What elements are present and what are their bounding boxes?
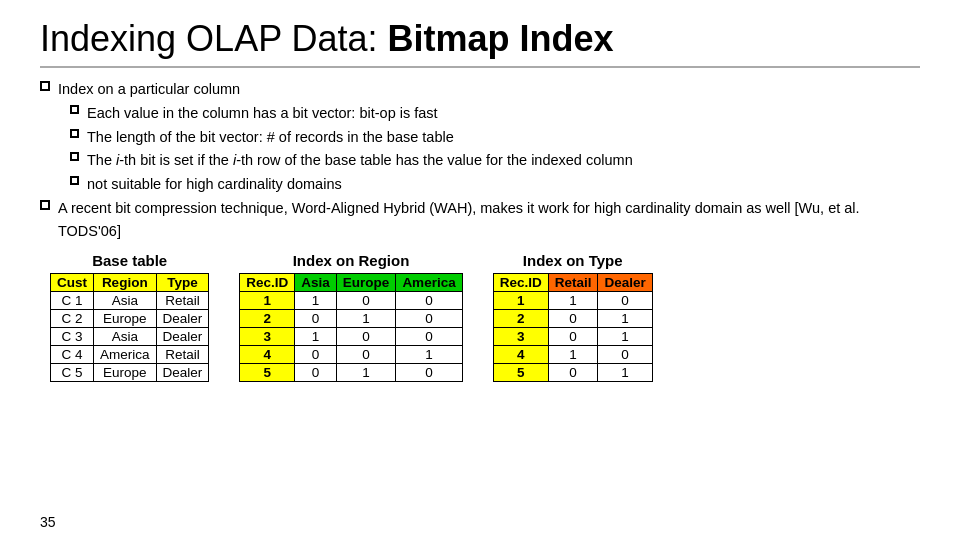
cell: Dealer bbox=[156, 310, 209, 328]
cell: 4 bbox=[493, 346, 548, 364]
type-index-title: Index on Type bbox=[523, 252, 623, 269]
title-bold: Bitmap Index bbox=[388, 18, 614, 59]
cell: Europe bbox=[94, 310, 157, 328]
cell: 0 bbox=[295, 346, 337, 364]
cell: 2 bbox=[240, 310, 295, 328]
sub-bullet-3-icon bbox=[70, 152, 79, 161]
table-row: C 1 Asia Retail bbox=[51, 292, 209, 310]
sub-bullet-4-icon bbox=[70, 176, 79, 185]
cell: C 1 bbox=[51, 292, 94, 310]
base-table-title: Base table bbox=[92, 252, 167, 269]
bullet-1: Index on a particular column bbox=[40, 78, 920, 100]
cell: 1 bbox=[598, 310, 652, 328]
cell: Rec.ID bbox=[493, 274, 548, 292]
slide: Indexing OLAP Data: Bitmap Index Index o… bbox=[0, 0, 960, 540]
cell: Dealer bbox=[598, 274, 652, 292]
cell: 0 bbox=[396, 364, 462, 382]
base-table-header: Cust Region Type bbox=[51, 274, 209, 292]
cell: Asia bbox=[94, 328, 157, 346]
cell: 1 bbox=[336, 364, 396, 382]
table-row: 2 0 1 0 bbox=[240, 310, 462, 328]
sub-bullet-3: The i-th bit is set if the i-th row of t… bbox=[70, 149, 920, 171]
table-row: C 4 America Retail bbox=[51, 346, 209, 364]
table-row: 2 0 1 bbox=[493, 310, 652, 328]
bullet-2-text: A recent bit compression technique, Word… bbox=[58, 197, 920, 242]
bullet-2: A recent bit compression technique, Word… bbox=[40, 197, 920, 242]
cell: 0 bbox=[295, 364, 337, 382]
table-row: 3 1 0 0 bbox=[240, 328, 462, 346]
sub-bullet-3-text: The i-th bit is set if the i-th row of t… bbox=[87, 149, 633, 171]
table-row: 1 1 0 bbox=[493, 292, 652, 310]
cell: 0 bbox=[548, 328, 598, 346]
base-table-block: Base table Cust Region Type C 1 Asia Ret… bbox=[50, 252, 209, 382]
base-col-region: Region bbox=[94, 274, 157, 292]
cell: 0 bbox=[336, 292, 396, 310]
sub-bullet-2: The length of the bit vector: # of recor… bbox=[70, 126, 920, 148]
cell: 0 bbox=[396, 310, 462, 328]
cell: 1 bbox=[396, 346, 462, 364]
page-number: 35 bbox=[40, 514, 56, 530]
cell: 1 bbox=[240, 292, 295, 310]
cell: 0 bbox=[396, 328, 462, 346]
cell: 1 bbox=[336, 310, 396, 328]
cell: Asia bbox=[94, 292, 157, 310]
sub-bullet-1-text: Each value in the column has a bit vecto… bbox=[87, 102, 438, 124]
cell: C 3 bbox=[51, 328, 94, 346]
type-index-block: Index on Type Rec.ID Retail Dealer 1 1 0… bbox=[493, 252, 653, 382]
cell: 1 bbox=[548, 346, 598, 364]
sub-bullet-1-icon bbox=[70, 105, 79, 114]
cell: America bbox=[94, 346, 157, 364]
slide-title: Indexing OLAP Data: Bitmap Index bbox=[40, 18, 920, 60]
table-row: C 5 Europe Dealer bbox=[51, 364, 209, 382]
cell: 3 bbox=[240, 328, 295, 346]
cell: Rec.ID bbox=[240, 274, 295, 292]
table-row: 5 0 1 0 bbox=[240, 364, 462, 382]
type-table-header: Rec.ID Retail Dealer bbox=[493, 274, 652, 292]
cell: 1 bbox=[295, 292, 337, 310]
bullet-2-icon bbox=[40, 200, 50, 210]
cell: 5 bbox=[240, 364, 295, 382]
bullet-1-icon bbox=[40, 81, 50, 91]
sub-bullet-2-icon bbox=[70, 129, 79, 138]
cell: 1 bbox=[598, 328, 652, 346]
sub-bullet-1: Each value in the column has a bit vecto… bbox=[70, 102, 920, 124]
cell: Dealer bbox=[156, 364, 209, 382]
cell: 0 bbox=[548, 364, 598, 382]
cell: C 2 bbox=[51, 310, 94, 328]
region-index-table: Rec.ID Asia Europe America 1 1 0 0 2 0 1… bbox=[239, 273, 462, 382]
cell: 1 bbox=[548, 292, 598, 310]
cell: 2 bbox=[493, 310, 548, 328]
cell: 1 bbox=[598, 364, 652, 382]
table-row: C 3 Asia Dealer bbox=[51, 328, 209, 346]
bullet-1-sub: Each value in the column has a bit vecto… bbox=[40, 102, 920, 195]
tables-container: Base table Cust Region Type C 1 Asia Ret… bbox=[50, 252, 920, 382]
cell: 0 bbox=[295, 310, 337, 328]
sub-bullet-4-text: not suitable for high cardinality domain… bbox=[87, 173, 342, 195]
region-index-block: Index on Region Rec.ID Asia Europe Ameri… bbox=[239, 252, 462, 382]
cell: C 4 bbox=[51, 346, 94, 364]
table-row: 3 0 1 bbox=[493, 328, 652, 346]
region-table-header: Rec.ID Asia Europe America bbox=[240, 274, 462, 292]
cell: 3 bbox=[493, 328, 548, 346]
cell: 1 bbox=[493, 292, 548, 310]
cell: Retail bbox=[548, 274, 598, 292]
type-index-table: Rec.ID Retail Dealer 1 1 0 2 0 1 3 0 bbox=[493, 273, 653, 382]
cell: 0 bbox=[548, 310, 598, 328]
table-row: 4 1 0 bbox=[493, 346, 652, 364]
cell: C 5 bbox=[51, 364, 94, 382]
cell: Asia bbox=[295, 274, 337, 292]
table-row: 5 0 1 bbox=[493, 364, 652, 382]
base-table: Cust Region Type C 1 Asia Retail C 2 Eur… bbox=[50, 273, 209, 382]
region-index-title: Index on Region bbox=[293, 252, 410, 269]
sub-bullet-4: not suitable for high cardinality domain… bbox=[70, 173, 920, 195]
cell: 0 bbox=[336, 328, 396, 346]
base-col-cust: Cust bbox=[51, 274, 94, 292]
title-divider bbox=[40, 66, 920, 68]
cell: 5 bbox=[493, 364, 548, 382]
cell: Retail bbox=[156, 346, 209, 364]
sub-bullets: Each value in the column has a bit vecto… bbox=[70, 102, 920, 195]
cell: Dealer bbox=[156, 328, 209, 346]
table-row: 1 1 0 0 bbox=[240, 292, 462, 310]
cell: Europe bbox=[336, 274, 396, 292]
base-col-type: Type bbox=[156, 274, 209, 292]
